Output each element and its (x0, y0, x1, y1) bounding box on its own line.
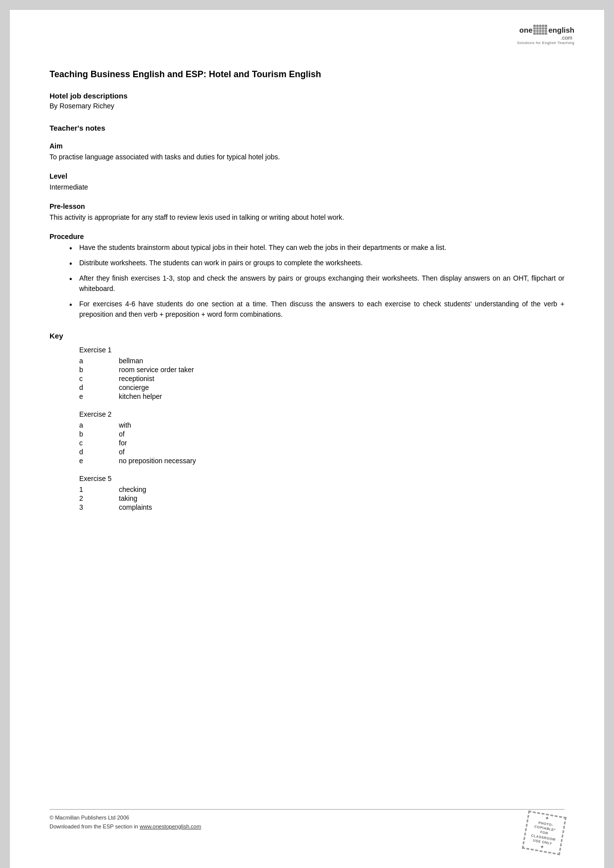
answer-value-1d: concierge (119, 384, 149, 391)
procedure-item-4: For exercises 4-6 have students do one s… (69, 299, 564, 320)
logo-area: one english .com Solutions for English T… (517, 25, 574, 45)
answer-row-2c: c for (79, 439, 564, 447)
answer-label-1b: b (79, 366, 99, 374)
logo-container: one english .com Solutions for English T… (517, 25, 574, 45)
pre-lesson-title: Pre-lesson (50, 202, 564, 210)
answer-row-1c: c receptionist (79, 375, 564, 383)
exercise-5-title: Exercise 5 (79, 475, 564, 482)
answer-row-1e: e kitchen helper (79, 392, 564, 400)
answer-value-2a: with (119, 421, 131, 429)
procedure-item-3: After they finish exercises 1-3, stop an… (69, 273, 564, 294)
pre-lesson-text: This activity is appropriate for any sta… (50, 212, 564, 223)
level-text: Intermediate (50, 182, 564, 193)
exercise-1-block: Exercise 1 a bellman b room service orde… (79, 346, 564, 400)
answer-row-2d: d of (79, 448, 564, 456)
answer-row-1a: a bellman (79, 357, 564, 365)
answer-row-2b: b of (79, 430, 564, 438)
answer-row-1d: d concierge (79, 384, 564, 391)
stamp-star-top: ✦ (544, 815, 549, 821)
answer-label-2b: b (79, 430, 99, 438)
answer-value-5-3: complaints (119, 503, 152, 511)
answer-label-1d: d (79, 384, 99, 391)
procedure-section: Procedure Have the students brainstorm a… (50, 233, 564, 320)
answer-label-2e: e (79, 457, 99, 465)
answer-row-5-3: 3 complaints (79, 503, 564, 511)
stamp-label: PHOTO-COPIABLE*FOR CLASSROOMUSE ONLY (527, 819, 562, 847)
procedure-list: Have the students brainstorm about typic… (50, 242, 564, 320)
footer: © Macmillan Publishers Ltd 2006 Download… (50, 809, 564, 853)
answer-label-1c: c (79, 375, 99, 383)
answer-value-5-1: checking (119, 485, 146, 493)
answer-value-2e: no preposition necessary (119, 457, 196, 465)
photocopiable-stamp: ✦ PHOTO-COPIABLE*FOR CLASSROOMUSE ONLY ✦ (525, 814, 564, 853)
answer-value-1b: room service order taker (119, 366, 194, 374)
answer-value-1a: bellman (119, 357, 143, 365)
answer-row-1b: b room service order taker (79, 366, 564, 374)
procedure-title: Procedure (50, 233, 564, 241)
answer-label-2a: a (79, 421, 99, 429)
answer-label-1a: a (79, 357, 99, 365)
answer-row-2a: a with (79, 421, 564, 429)
exercise-1-title: Exercise 1 (79, 346, 564, 354)
answer-label-2d: d (79, 448, 99, 456)
procedure-item-1: Have the students brainstorm about typic… (69, 242, 564, 253)
footer-copyright: © Macmillan Publishers Ltd 2006 (50, 814, 201, 822)
procedure-item-2: Distribute worksheets. The students can … (69, 258, 564, 268)
pre-lesson-section: Pre-lesson This activity is appropriate … (50, 202, 564, 223)
logo-dot-com: .com (561, 35, 572, 41)
stamp-star-bottom: ✦ (539, 844, 544, 850)
answer-label-5-2: 2 (79, 494, 99, 502)
level-title: Level (50, 172, 564, 180)
answer-label-5-1: 1 (79, 485, 99, 493)
logo-grid-icon (533, 25, 547, 35)
aim-text: To practise language associated with tas… (50, 152, 564, 162)
logo-top-row: one english (519, 25, 574, 35)
exercise-5-block: Exercise 5 1 checking 2 taking 3 complai… (79, 475, 564, 511)
key-section: Key Exercise 1 a bellman b room service … (50, 332, 564, 511)
aim-title: Aim (50, 142, 564, 150)
footer-download: Downloaded from the ESP section in www.o… (50, 822, 201, 831)
stamp-inner: ✦ PHOTO-COPIABLE*FOR CLASSROOMUSE ONLY ✦ (522, 811, 566, 855)
answer-value-1c: receptionist (119, 375, 154, 383)
answer-row-2e: e no preposition necessary (79, 457, 564, 465)
answer-label-2c: c (79, 439, 99, 447)
logo-word-one: one (519, 26, 533, 34)
answer-label-5-3: 3 (79, 503, 99, 511)
exercise-2-title: Exercise 2 (79, 410, 564, 418)
level-section: Level Intermediate (50, 172, 564, 193)
subtitle: Hotel job descriptions (50, 92, 564, 100)
answer-value-2d: of (119, 448, 125, 456)
answer-row-5-1: 1 checking (79, 485, 564, 493)
aim-section: Aim To practise language associated with… (50, 142, 564, 162)
answer-value-5-2: taking (119, 494, 137, 502)
author: By Rosemary Richey (50, 102, 564, 110)
footer-website: www.onestopenglish.com (140, 823, 201, 829)
key-title: Key (50, 332, 564, 340)
logo-tagline: Solutions for English Teaching (517, 41, 574, 45)
footer-text: © Macmillan Publishers Ltd 2006 Download… (50, 814, 201, 831)
document-page: one english .com Solutions for English T… (10, 10, 604, 868)
teachers-notes-title: Teacher's notes (50, 124, 564, 132)
answer-label-1e: e (79, 392, 99, 400)
main-title: Teaching Business English and ESP: Hotel… (50, 69, 564, 80)
answer-value-1e: kitchen helper (119, 392, 162, 400)
logo-word-english: english (548, 26, 574, 34)
answer-value-2b: of (119, 430, 125, 438)
exercise-2-block: Exercise 2 a with b of c for d of e no p… (79, 410, 564, 465)
answer-value-2c: for (119, 439, 127, 447)
answer-row-5-2: 2 taking (79, 494, 564, 502)
